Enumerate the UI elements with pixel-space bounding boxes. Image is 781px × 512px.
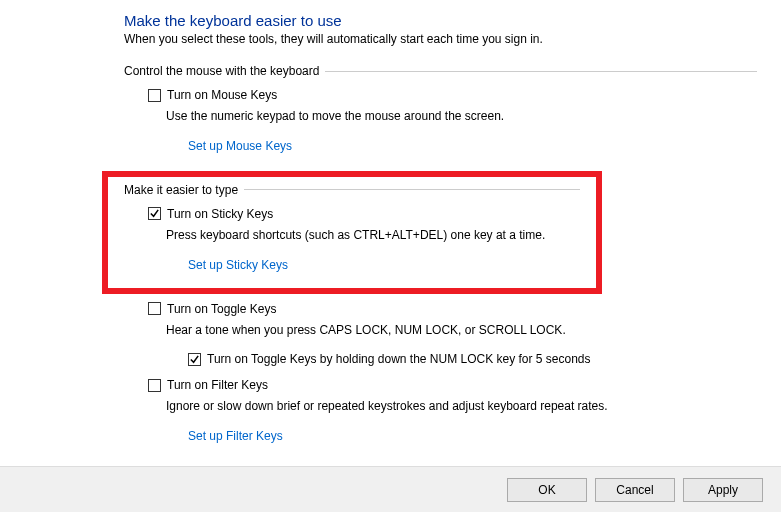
label-filter-keys: Turn on Filter Keys xyxy=(167,378,268,392)
label-sticky-keys: Turn on Sticky Keys xyxy=(167,207,273,221)
highlight-sticky-keys: Make it easier to type Turn on Sticky Ke… xyxy=(102,171,602,294)
button-bar: OK Cancel Apply xyxy=(0,466,781,512)
page-subtitle: When you select these tools, they will a… xyxy=(124,32,757,46)
desc-filter-keys: Ignore or slow down brief or repeated ke… xyxy=(166,398,757,415)
link-setup-mouse-keys[interactable]: Set up Mouse Keys xyxy=(188,139,292,153)
checkbox-toggle-keys[interactable] xyxy=(148,302,161,315)
checkbox-mouse-keys[interactable] xyxy=(148,89,161,102)
group-title-mouse: Control the mouse with the keyboard xyxy=(124,64,319,78)
label-mouse-keys: Turn on Mouse Keys xyxy=(167,88,277,102)
checkbox-sticky-keys[interactable] xyxy=(148,207,161,220)
apply-button[interactable]: Apply xyxy=(683,478,763,502)
page-title: Make the keyboard easier to use xyxy=(124,12,757,29)
label-toggle-keys: Turn on Toggle Keys xyxy=(167,302,276,316)
link-setup-filter-keys[interactable]: Set up Filter Keys xyxy=(188,429,283,443)
ok-button[interactable]: OK xyxy=(507,478,587,502)
group-title-type: Make it easier to type xyxy=(124,183,238,197)
group-control-mouse: Control the mouse with the keyboard Turn… xyxy=(124,64,757,159)
label-toggle-keys-numlock: Turn on Toggle Keys by holding down the … xyxy=(207,352,591,366)
desc-sticky-keys: Press keyboard shortcuts (such as CTRL+A… xyxy=(166,227,580,244)
cancel-button[interactable]: Cancel xyxy=(595,478,675,502)
desc-mouse-keys: Use the numeric keypad to move the mouse… xyxy=(166,108,757,125)
checkbox-filter-keys[interactable] xyxy=(148,379,161,392)
checkbox-toggle-keys-numlock[interactable] xyxy=(188,353,201,366)
desc-toggle-keys: Hear a tone when you press CAPS LOCK, NU… xyxy=(166,322,757,339)
divider xyxy=(244,189,580,190)
divider xyxy=(325,71,757,72)
link-setup-sticky-keys[interactable]: Set up Sticky Keys xyxy=(188,258,288,272)
